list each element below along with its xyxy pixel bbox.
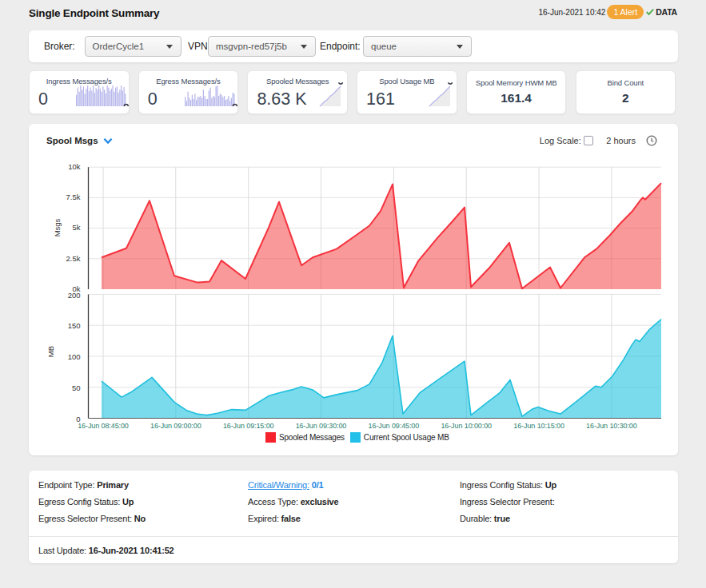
svg-text:2.5k: 2.5k (66, 254, 81, 263)
svg-text:16-Jun 08:45:00: 16-Jun 08:45:00 (78, 422, 129, 430)
svg-text:7.5k: 7.5k (66, 193, 81, 201)
svg-text:16-Jun 09:15:00: 16-Jun 09:15:00 (223, 422, 274, 430)
svg-text:200: 200 (68, 291, 81, 300)
svg-text:50: 50 (72, 383, 81, 392)
svg-text:16-Jun 10:30:00: 16-Jun 10:30:00 (586, 422, 637, 430)
svg-text:Msgs: Msgs (53, 218, 62, 236)
svg-text:16-Jun 10:15:00: 16-Jun 10:15:00 (513, 422, 564, 430)
svg-text:100: 100 (68, 352, 81, 361)
svg-text:MB: MB (46, 346, 55, 357)
svg-text:16-Jun 10:00:00: 16-Jun 10:00:00 (441, 422, 492, 430)
svg-text:150: 150 (68, 321, 81, 330)
svg-text:10k: 10k (68, 162, 81, 171)
svg-text:16-Jun 09:00:00: 16-Jun 09:00:00 (150, 422, 201, 430)
svg-text:16-Jun 09:30:00: 16-Jun 09:30:00 (296, 422, 347, 430)
svg-text:5k: 5k (72, 223, 80, 232)
svg-text:16-Jun 09:45:00: 16-Jun 09:45:00 (369, 422, 420, 430)
